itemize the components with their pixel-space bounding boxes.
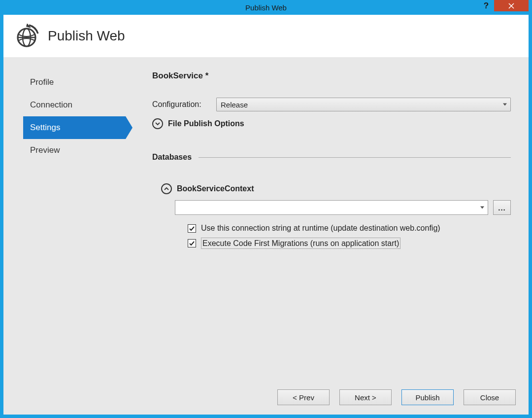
connection-string-combo[interactable] — [175, 200, 488, 215]
nav-item-profile[interactable]: Profile — [23, 71, 126, 94]
wizard-content: BookService * Configuration: Release Fil… — [126, 71, 529, 380]
expand-down-icon — [152, 118, 163, 129]
title-buttons: ? — [478, 0, 529, 11]
use-connection-string-row: Use this connection string at runtime (u… — [188, 224, 511, 233]
prev-button[interactable]: < Prev — [277, 389, 330, 405]
close-button[interactable]: Close — [464, 389, 516, 405]
databases-section-header: Databases — [152, 153, 511, 162]
connection-string-browse-button[interactable]: ... — [493, 200, 511, 215]
chevron-down-icon — [503, 104, 507, 106]
wizard-footer: < Prev Next > Publish Close — [3, 380, 529, 415]
file-publish-options-label: File Publish Options — [168, 119, 244, 128]
dialog-title: Publish Web — [48, 28, 125, 44]
execute-migrations-row: Execute Code First Migrations (runs on a… — [188, 238, 511, 249]
close-window-button[interactable] — [494, 0, 529, 11]
window-body: Publish Web Profile Connection Settings … — [3, 15, 529, 415]
divider — [199, 157, 511, 158]
wizard-body: Profile Connection Settings Preview Book… — [3, 57, 529, 380]
project-name: BookService * — [152, 71, 511, 81]
db-context-name: BookServiceContext — [177, 184, 254, 193]
publish-button[interactable]: Publish — [401, 389, 454, 405]
execute-migrations-checkbox[interactable] — [188, 239, 196, 247]
checkmark-icon — [189, 225, 195, 232]
collapse-up-icon — [161, 183, 172, 194]
execute-migrations-label: Execute Code First Migrations (runs on a… — [201, 238, 400, 249]
window-title: Publish Web — [3, 3, 529, 12]
next-button[interactable]: Next > — [339, 389, 392, 405]
checkmark-icon — [189, 240, 195, 246]
configuration-select[interactable]: Release — [216, 98, 511, 111]
file-publish-options-expander[interactable]: File Publish Options — [152, 118, 511, 129]
use-connection-string-label: Use this connection string at runtime (u… — [201, 224, 440, 233]
use-connection-string-checkbox[interactable] — [188, 224, 196, 233]
nav-item-connection[interactable]: Connection — [23, 94, 126, 116]
connection-string-row: ... — [175, 200, 511, 215]
chevron-down-icon — [480, 207, 484, 209]
configuration-row: Configuration: Release — [152, 98, 511, 111]
database-block: BookServiceContext ... Use this c — [152, 183, 511, 249]
configuration-label: Configuration: — [152, 100, 216, 109]
window-chrome: Publish Web ? Publish Web Profile — [0, 0, 532, 418]
nav-item-settings[interactable]: Settings — [23, 116, 126, 139]
configuration-value: Release — [221, 101, 248, 109]
wizard-nav: Profile Connection Settings Preview — [3, 71, 126, 380]
publish-web-icon — [14, 24, 39, 48]
db-context-expander[interactable]: BookServiceContext — [161, 183, 511, 194]
title-bar[interactable]: Publish Web ? — [3, 0, 529, 15]
nav-item-preview[interactable]: Preview — [23, 139, 126, 162]
close-icon — [508, 3, 514, 9]
databases-label: Databases — [152, 153, 192, 162]
help-button[interactable]: ? — [478, 0, 494, 11]
dialog-header: Publish Web — [3, 15, 529, 57]
